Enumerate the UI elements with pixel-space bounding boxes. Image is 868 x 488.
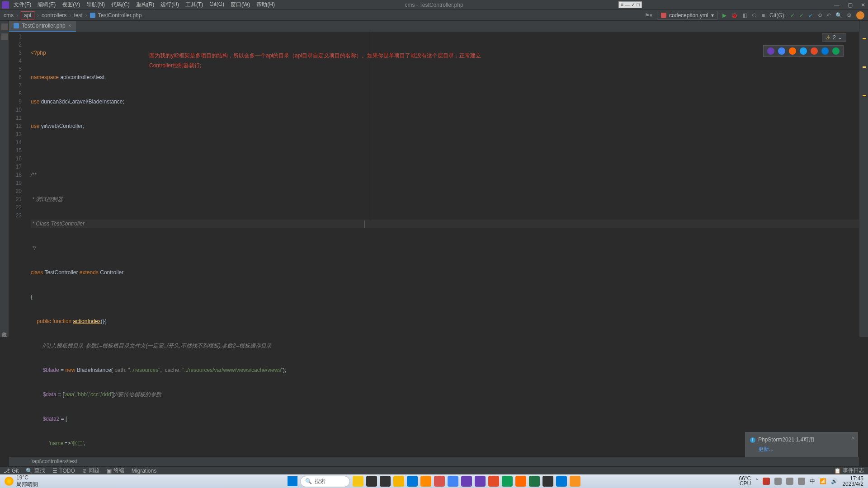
warning-marker[interactable] — [863, 66, 866, 68]
update-notification: × iPhpStorm2021.1.4可用 更新... — [745, 432, 858, 457]
menu-refactor[interactable]: 重构(R) — [133, 0, 157, 9]
app-icon[interactable] — [380, 476, 391, 487]
crumb-api[interactable]: api — [21, 11, 34, 19]
debug-button[interactable]: 🐞 — [731, 12, 738, 19]
tray-app-icon[interactable] — [798, 478, 805, 485]
taskbar-weather[interactable]: 19°C 局部晴朗 — [5, 474, 38, 488]
tray-app-icon[interactable] — [774, 478, 782, 485]
git-commit-icon[interactable]: ✓ — [790, 12, 795, 19]
tab-close-icon[interactable]: × — [68, 23, 71, 29]
phpstorm-app-icon[interactable] — [475, 476, 486, 487]
explorer-icon[interactable] — [393, 476, 404, 487]
menu-view[interactable]: 视图(V) — [59, 0, 83, 9]
menu-code[interactable]: 代码(C) — [108, 0, 132, 9]
minimize-icon[interactable]: — — [834, 2, 840, 8]
opera-icon[interactable] — [811, 47, 818, 55]
excel-app-icon[interactable] — [529, 476, 540, 487]
todo-tool[interactable]: ☰ TODO — [52, 468, 75, 474]
tray-app-icon[interactable] — [763, 478, 770, 485]
menu-file[interactable]: 文件(F) — [11, 0, 34, 9]
window-title: cms - TestController.php — [405, 2, 463, 8]
tray-ime-icon[interactable]: 中 — [810, 478, 815, 485]
run-config-selector[interactable]: codeception.yml ▾ — [657, 11, 718, 20]
chevron-down-icon: ▾ — [711, 12, 714, 19]
edge-app-icon[interactable] — [502, 476, 513, 487]
crumb-file[interactable]: TestController.php — [98, 12, 142, 19]
safari-icon[interactable] — [800, 47, 807, 55]
git-update-icon[interactable]: ↙ — [808, 12, 813, 19]
crumb-controllers[interactable]: controllers — [42, 12, 66, 19]
eventlog-tool[interactable]: 📋 事件日志 — [834, 467, 864, 474]
app-icon[interactable] — [488, 476, 499, 487]
app-icon[interactable] — [515, 476, 526, 487]
chrome-app-icon[interactable] — [448, 476, 458, 487]
app-icon[interactable] — [353, 476, 363, 487]
git-tool[interactable]: ⎇ Git — [4, 468, 19, 474]
tray-wifi-icon[interactable]: 📶 — [820, 478, 826, 484]
tray-volume-icon[interactable]: 🔊 — [831, 478, 838, 484]
notif-close-icon[interactable]: × — [852, 435, 855, 441]
tab-testcontroller[interactable]: TestController.php × — [9, 21, 76, 32]
start-button[interactable] — [288, 476, 297, 486]
find-tool[interactable]: 🔍 查找 — [26, 467, 45, 474]
menu-navigate[interactable]: 导航(N) — [84, 0, 108, 9]
menu-edit[interactable]: 编辑(E) — [35, 0, 58, 9]
sublime-app-icon[interactable] — [542, 476, 553, 487]
menu-window[interactable]: 窗口(W) — [228, 0, 253, 9]
coverage-button[interactable]: ◧ — [742, 12, 747, 19]
window-controls: — ▢ ✕ — [834, 2, 865, 8]
tray-chevron-icon[interactable]: ˄ — [755, 478, 758, 484]
tab-label: TestController.php — [22, 23, 66, 29]
rollback-icon[interactable]: ↶ — [826, 12, 831, 19]
menu-tools[interactable]: 工具(T) — [183, 0, 206, 9]
app-icon[interactable] — [420, 476, 431, 487]
chrome-icon[interactable] — [778, 47, 785, 55]
notif-update-link[interactable]: 更新... — [758, 446, 853, 453]
close-icon[interactable]: ✕ — [861, 2, 865, 8]
bottom-tool-bar: ⎇ Git 🔍 查找 ☰ TODO ⊘ 问题 ▣ 终端 Migrations 📋… — [0, 466, 868, 474]
app-icon[interactable] — [366, 476, 377, 487]
warning-marker[interactable] — [863, 38, 866, 39]
warning-marker[interactable] — [863, 95, 866, 96]
main-menu: 文件(F) 编辑(E) 视图(V) 导航(N) 代码(C) 重构(R) 运行(U… — [11, 0, 278, 9]
menu-run[interactable]: 运行(U) — [158, 0, 182, 9]
profiler-icon[interactable]: ⚑▾ — [645, 12, 652, 19]
taskbar-search[interactable]: 🔍 搜索 — [300, 476, 350, 487]
crumb-root[interactable]: cms — [4, 12, 14, 19]
edge-icon[interactable] — [832, 47, 840, 55]
phpstorm-icon[interactable] — [767, 47, 774, 55]
menu-help[interactable]: 帮助(H) — [254, 0, 278, 9]
firefox-icon[interactable] — [789, 47, 796, 55]
ie-icon[interactable] — [821, 47, 829, 55]
phpstorm-app-icon[interactable] — [461, 476, 472, 487]
app-icon[interactable] — [570, 476, 580, 487]
annotation-overlay: 因为我的yii2框架是多项目的结构，所以会多一个api的目录（api目录自定义项… — [149, 51, 481, 70]
run-button[interactable]: ▶ — [722, 12, 726, 19]
terminal-tool[interactable]: ▣ 终端 — [107, 467, 124, 474]
tray-date[interactable]: 2023/4/2 — [842, 481, 863, 487]
error-stripe — [863, 38, 866, 96]
git-push-icon[interactable]: ✓ — [799, 12, 804, 19]
calc-app-icon[interactable] — [556, 476, 567, 487]
tray-app-icon[interactable] — [786, 478, 793, 485]
crumb-sep: › — [69, 12, 71, 19]
stop-button[interactable]: ■ — [762, 12, 765, 19]
maximize-icon[interactable]: ▢ — [848, 2, 853, 8]
history-icon[interactable]: ⟲ — [817, 12, 822, 19]
crumb-test[interactable]: test — [74, 12, 82, 19]
profile-button[interactable]: ⏲ — [752, 12, 757, 19]
project-tool-icon[interactable] — [1, 23, 8, 30]
problems-tool[interactable]: ⊘ 问题 — [82, 467, 99, 474]
code-editor[interactable]: ⚠ 2 ⌄ 1234567891011121314151617181920212… — [9, 32, 859, 466]
menu-git[interactable]: Git(G) — [207, 0, 227, 9]
structure-tool-icon[interactable] — [1, 33, 8, 40]
migrations-tool[interactable]: Migrations — [132, 468, 156, 474]
app-icon[interactable] — [434, 476, 445, 487]
search-icon[interactable]: 🔍 — [835, 12, 842, 19]
user-avatar[interactable] — [856, 11, 864, 19]
code-content[interactable]: <?php namespace api\controllers\test; us… — [31, 33, 859, 488]
app-icon[interactable] — [407, 476, 418, 487]
float-controls[interactable]: ≡ — ✓ □ — [618, 1, 642, 8]
settings-icon[interactable]: ⚙ — [847, 12, 852, 19]
navigation-path[interactable]: \api\controllers\test — [9, 456, 859, 466]
